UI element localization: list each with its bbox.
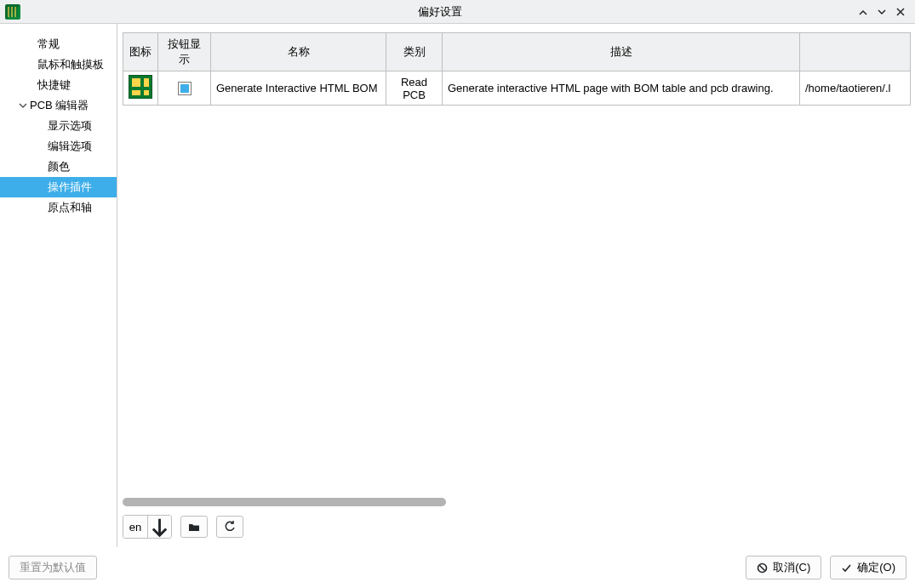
- cancel-icon: [757, 562, 768, 574]
- sidebar-item-label: PCB 编辑器: [30, 98, 89, 113]
- cell-button-show[interactable]: [158, 71, 211, 106]
- close-button[interactable]: [891, 3, 910, 21]
- ok-button[interactable]: 确定(O): [830, 556, 906, 579]
- window-title: 偏好设置: [26, 4, 854, 20]
- sidebar-item-edit-options[interactable]: 编辑选项: [0, 136, 117, 157]
- checkbox-show[interactable]: [178, 82, 192, 95]
- col-button-show[interactable]: 按钮显示: [158, 33, 211, 71]
- sidebar-section-pcb-editor[interactable]: PCB 编辑器: [0, 95, 117, 116]
- sidebar-item-hotkeys[interactable]: 快捷键: [0, 75, 117, 95]
- cell-description: Generate interactive HTML page with BOM …: [443, 71, 800, 106]
- sidebar-item-action-plugins[interactable]: 操作插件: [0, 177, 117, 197]
- titlebar: 偏好设置: [0, 0, 915, 24]
- cell-category: Read PCB: [386, 71, 443, 106]
- sidebar-item-label: 鼠标和触摸板: [37, 57, 104, 72]
- button-label: 取消(C): [773, 560, 810, 575]
- plugin-toolbar: en: [117, 513, 915, 547]
- minimize-button[interactable]: [854, 3, 872, 21]
- plugin-icon: [129, 75, 152, 99]
- sidebar-item-colors[interactable]: 颜色: [0, 157, 117, 177]
- chevron-down-icon: [16, 101, 30, 110]
- refresh-button[interactable]: [216, 516, 243, 538]
- reset-defaults-button[interactable]: 重置为默认值: [9, 556, 97, 579]
- sidebar-item-label: 原点和轴: [48, 200, 92, 215]
- sidebar-item-label: 颜色: [48, 159, 70, 174]
- col-icon[interactable]: 图标: [123, 33, 158, 71]
- plugin-table: 图标 按钮显示 名称 类别 描述 Generate Interactive HT…: [123, 32, 911, 106]
- sidebar-item-label: 操作插件: [48, 180, 92, 195]
- sidebar-item-general[interactable]: 常规: [0, 34, 117, 54]
- cancel-button[interactable]: 取消(C): [746, 556, 821, 579]
- sidebar-item-mouse[interactable]: 鼠标和触摸板: [0, 54, 117, 75]
- sidebar: 常规 鼠标和触摸板 快捷键 PCB 编辑器 显示选项 编辑选项 颜色 操作插件 …: [0, 24, 117, 547]
- button-label: 确定(O): [857, 560, 895, 575]
- app-icon: [5, 4, 20, 20]
- sidebar-item-label: 快捷键: [37, 77, 71, 93]
- plugin-table-wrap: 图标 按钮显示 名称 类别 描述 Generate Interactive HT…: [117, 24, 915, 496]
- col-category[interactable]: 类别: [386, 33, 443, 71]
- sidebar-item-origin-axes[interactable]: 原点和轴: [0, 197, 117, 218]
- horizontal-scrollbar[interactable]: [123, 496, 910, 508]
- button-label: 重置为默认值: [20, 560, 86, 575]
- lang-label: en: [129, 521, 141, 534]
- dialog-footer: 重置为默认值 取消(C) 确定(O): [0, 547, 915, 588]
- cell-icon: [123, 71, 158, 106]
- scrollbar-thumb[interactable]: [123, 498, 446, 506]
- main-area: 常规 鼠标和触摸板 快捷键 PCB 编辑器 显示选项 编辑选项 颜色 操作插件 …: [0, 24, 915, 547]
- open-folder-button[interactable]: [180, 516, 208, 538]
- move-segment: en: [123, 515, 172, 539]
- sidebar-item-label: 编辑选项: [48, 139, 92, 154]
- col-path[interactable]: [800, 33, 911, 71]
- lang-button[interactable]: en: [123, 516, 147, 538]
- col-name[interactable]: 名称: [211, 33, 386, 71]
- cell-name: Generate Interactive HTML BOM: [211, 71, 386, 106]
- cell-path: /home/taotieren/.l: [800, 71, 911, 106]
- sidebar-item-display-options[interactable]: 显示选项: [0, 116, 117, 136]
- sidebar-item-label: 常规: [37, 37, 60, 52]
- check-icon: [841, 562, 852, 574]
- table-row[interactable]: Generate Interactive HTML BOM Read PCB G…: [123, 71, 911, 106]
- sidebar-item-label: 显示选项: [48, 118, 92, 134]
- right-pane: 图标 按钮显示 名称 类别 描述 Generate Interactive HT…: [117, 24, 915, 547]
- table-header-row: 图标 按钮显示 名称 类别 描述: [123, 33, 911, 71]
- col-description[interactable]: 描述: [443, 33, 800, 71]
- move-down-button[interactable]: [147, 516, 171, 538]
- checkbox-fill: [180, 84, 189, 93]
- maximize-button[interactable]: [872, 3, 891, 21]
